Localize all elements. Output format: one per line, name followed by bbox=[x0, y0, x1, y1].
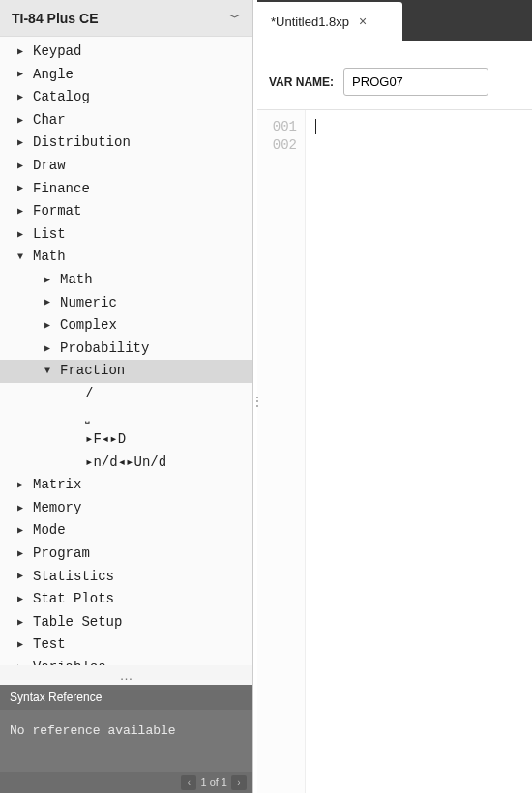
tree-node[interactable]: ▶Distribution bbox=[0, 132, 252, 155]
tree-item-label: ▸F◂▸D bbox=[85, 430, 126, 450]
editor-panel: *Untitled1.8xp × VAR NAME: 001002 bbox=[257, 0, 532, 793]
tree-node[interactable]: ▶Format bbox=[0, 200, 252, 223]
triangle-right-icon: ▶ bbox=[17, 136, 27, 150]
triangle-right-icon: ▶ bbox=[17, 502, 27, 515]
tree-node[interactable]: ▶Table Setup bbox=[0, 611, 252, 634]
triangle-right-icon: ▶ bbox=[17, 45, 27, 59]
chevron-down-icon: ﹀ bbox=[229, 10, 241, 26]
tree-item-label: ▸n/d◂▸Un/d bbox=[85, 454, 166, 473]
triangle-right-icon: ▶ bbox=[17, 68, 27, 81]
tree-item-label: Math bbox=[33, 248, 66, 267]
tree-item-label: Complex bbox=[60, 316, 117, 336]
tree-item-label: Draw bbox=[33, 157, 66, 176]
sidebar: TI-84 Plus CE ﹀ ▶Keypad▶Angle▶Catalog▶Ch… bbox=[0, 0, 253, 793]
code-body[interactable] bbox=[306, 110, 532, 793]
tree-item-label: Angle bbox=[33, 66, 74, 85]
tree-item-label: Catalog bbox=[33, 88, 90, 107]
tree-node[interactable]: ▶Mode bbox=[0, 519, 252, 543]
tree-item-label: Finance bbox=[33, 180, 90, 199]
triangle-right-icon: ▶ bbox=[17, 616, 27, 630]
line-gutter: 001002 bbox=[257, 110, 306, 793]
tree-node[interactable]: ▼Fraction bbox=[0, 360, 252, 383]
pager-text: 1 of 1 bbox=[200, 777, 227, 788]
tree-node[interactable]: ▶List bbox=[0, 223, 252, 247]
tree-item-label: Distribution bbox=[33, 133, 131, 153]
code-editor[interactable]: 001002 bbox=[257, 109, 532, 793]
catalog-tree[interactable]: ▶Keypad▶Angle▶Catalog▶Char▶Distribution▶… bbox=[0, 37, 252, 665]
close-icon[interactable]: × bbox=[359, 14, 367, 29]
tree-item-label: Table Setup bbox=[33, 613, 122, 632]
tab-bar: *Untitled1.8xp × bbox=[257, 0, 532, 41]
var-name-row: VAR NAME: bbox=[257, 41, 532, 109]
tree-node[interactable]: ▶Catalog bbox=[0, 86, 252, 109]
tree-leaf[interactable]: ▸F◂▸D bbox=[0, 428, 252, 452]
triangle-right-icon: ▶ bbox=[17, 114, 27, 128]
syntax-reference-body: No reference available bbox=[0, 710, 252, 772]
tree-item-label: Numeric bbox=[60, 294, 117, 313]
sidebar-header[interactable]: TI-84 Plus CE ﹀ bbox=[0, 0, 252, 37]
triangle-right-icon: ▶ bbox=[17, 228, 27, 242]
tree-node[interactable]: ▶Statistics bbox=[0, 566, 252, 589]
triangle-right-icon: ▶ bbox=[17, 570, 27, 583]
tab-untitled[interactable]: *Untitled1.8xp × bbox=[257, 2, 402, 41]
tree-item-label: Stat Plots bbox=[33, 590, 114, 609]
tree-node[interactable]: ▼Math bbox=[0, 246, 252, 269]
tree-node[interactable]: ▶Stat Plots bbox=[0, 588, 252, 611]
tree-item-label: Test bbox=[33, 635, 66, 655]
tree-leaf[interactable]: ▸n/d◂▸Un/d bbox=[0, 452, 252, 475]
tree-node[interactable]: ▶Char bbox=[0, 109, 252, 132]
tree-item-label: Char bbox=[33, 111, 66, 131]
var-name-label: VAR NAME: bbox=[269, 75, 334, 89]
triangle-down-icon: ▼ bbox=[44, 365, 54, 378]
triangle-right-icon: ▶ bbox=[44, 319, 54, 333]
tree-item-label: Matrix bbox=[33, 476, 81, 495]
syntax-pager: ‹ 1 of 1 › bbox=[0, 772, 252, 793]
syntax-reference-header: Syntax Reference bbox=[0, 685, 252, 710]
tree-item-label: ˽ bbox=[85, 408, 90, 427]
triangle-right-icon: ▶ bbox=[17, 593, 27, 606]
triangle-right-icon: ▶ bbox=[17, 479, 27, 492]
triangle-right-icon: ▶ bbox=[17, 547, 27, 561]
triangle-right-icon: ▶ bbox=[17, 91, 27, 104]
pager-prev-button[interactable]: ‹ bbox=[181, 775, 196, 790]
pager-next-button[interactable]: › bbox=[231, 775, 247, 790]
tree-node[interactable]: ▶Finance bbox=[0, 178, 252, 201]
tree-item-label: Memory bbox=[33, 499, 81, 518]
triangle-down-icon: ▼ bbox=[17, 250, 27, 264]
tree-item-label: Format bbox=[33, 202, 81, 221]
triangle-right-icon: ▶ bbox=[44, 274, 54, 287]
splitter-handle[interactable] bbox=[253, 0, 257, 793]
tree-item-label: Statistics bbox=[33, 568, 114, 587]
triangle-right-icon: ▶ bbox=[17, 182, 27, 195]
tree-leaf[interactable]: / bbox=[0, 383, 252, 406]
tree-node[interactable]: ▶Numeric bbox=[0, 292, 252, 315]
tree-node[interactable]: ▶Variables bbox=[0, 657, 252, 665]
tree-node[interactable]: ▶Math bbox=[0, 269, 252, 292]
tree-node[interactable]: ▶Complex bbox=[0, 314, 252, 338]
tree-node[interactable]: ▶Matrix bbox=[0, 474, 252, 497]
tree-node[interactable]: ▶Program bbox=[0, 543, 252, 566]
gutter-line: 001 bbox=[271, 118, 297, 136]
tree-item-label: Mode bbox=[33, 521, 66, 541]
tree-more: … bbox=[0, 665, 252, 685]
text-caret bbox=[315, 119, 316, 134]
triangle-right-icon: ▶ bbox=[44, 296, 54, 309]
triangle-right-icon: ▶ bbox=[17, 205, 27, 219]
tree-node[interactable]: ▶Draw bbox=[0, 155, 252, 178]
tree-node[interactable]: ▶Probability bbox=[0, 338, 252, 361]
triangle-right-icon: ▶ bbox=[44, 342, 54, 356]
tree-node[interactable]: ▶Angle bbox=[0, 64, 252, 87]
triangle-right-icon: ▶ bbox=[17, 160, 27, 173]
sidebar-title: TI-84 Plus CE bbox=[12, 11, 98, 26]
tree-node[interactable]: ▶Keypad bbox=[0, 41, 252, 64]
tree-item-label: Math bbox=[60, 271, 93, 290]
tree-item-label: Fraction bbox=[60, 362, 125, 381]
tree-item-label: Program bbox=[33, 544, 90, 564]
tree-item-label: Probability bbox=[60, 339, 149, 359]
var-name-input[interactable] bbox=[343, 68, 488, 96]
tree-node[interactable]: ▶Memory bbox=[0, 497, 252, 520]
tree-node[interactable]: ▶Test bbox=[0, 633, 252, 657]
tree-leaf[interactable]: ˽ bbox=[0, 406, 252, 429]
tree-item-label: List bbox=[33, 225, 66, 245]
tree-item-label: Keypad bbox=[33, 43, 81, 62]
